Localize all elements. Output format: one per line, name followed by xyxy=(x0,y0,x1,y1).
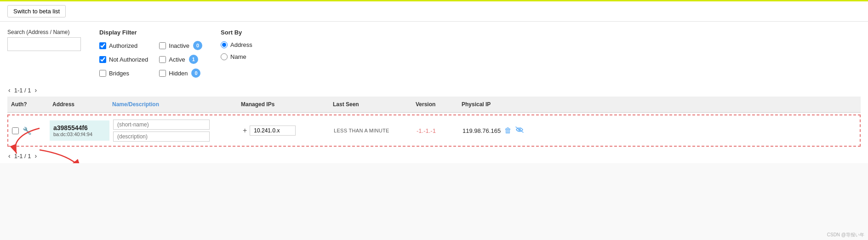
filter-not-authorized: Not Authorized xyxy=(99,53,148,65)
hidden-checkbox[interactable] xyxy=(159,70,166,77)
header-address: Address xyxy=(49,99,108,109)
filter-col-1: Authorized Not Authorized Bridges xyxy=(99,40,148,79)
filter-active: Active 1 xyxy=(159,53,202,65)
version-cell: -1.-1.-1 xyxy=(413,124,459,138)
sort-name-label: Name xyxy=(230,53,246,60)
add-managed-ip-button[interactable]: + xyxy=(242,126,248,135)
header-managed-ips: Managed IPs xyxy=(237,99,329,109)
display-filter-section: Display Filter Authorized Not Authorized… xyxy=(99,29,202,79)
arrow-annotation-2 xyxy=(35,148,90,163)
authorized-label: Authorized xyxy=(109,42,137,49)
inactive-label: Inactive xyxy=(169,42,189,49)
address-main: a3985544f6 xyxy=(53,124,106,131)
pagination-top: ‹ 1-1 / 1 › xyxy=(7,86,861,94)
active-badge: 1 xyxy=(189,55,198,64)
pagination-bottom: ‹ 1-1 / 1 › xyxy=(7,152,861,160)
managed-ips-cell: + xyxy=(238,122,330,139)
table-row: 🔧 a3985544f6 ba:dc:03:40:f4:94 + LESS TH… xyxy=(7,114,861,147)
inactive-badge: 0 xyxy=(193,41,202,50)
name-desc-cell xyxy=(109,116,238,145)
header-name-desc: Name/Description xyxy=(108,99,237,109)
wrench-icon[interactable]: 🔧 xyxy=(23,126,32,135)
description-input[interactable] xyxy=(113,131,210,142)
filter-hidden: Hidden 0 xyxy=(159,67,202,79)
authorized-checkbox[interactable] xyxy=(99,42,106,49)
eye-slash-icon[interactable] xyxy=(515,126,524,135)
address-sub: ba:dc:03:40:f4:94 xyxy=(53,131,106,137)
main-content: Search (Address / Name) Display Filter A… xyxy=(0,22,868,163)
row-wrapper: 🔧 a3985544f6 ba:dc:03:40:f4:94 + LESS TH… xyxy=(7,114,861,147)
search-input[interactable] xyxy=(7,37,81,51)
last-seen-cell: LESS THAN A MINUTE xyxy=(330,124,413,137)
filter-bridges: Bridges xyxy=(99,67,148,79)
header-auth: Auth? xyxy=(7,99,49,109)
sort-name-radio[interactable] xyxy=(221,53,228,60)
pagination-bottom-label: 1-1 / 1 xyxy=(14,153,31,160)
bridges-checkbox[interactable] xyxy=(99,70,106,77)
sort-title: Sort By xyxy=(221,29,252,36)
sort-name-item: Name xyxy=(221,51,252,63)
active-label: Active xyxy=(169,56,185,63)
not-authorized-label: Not Authorized xyxy=(109,56,148,63)
sort-address-label: Address xyxy=(230,41,252,48)
physical-ip-text: 119.98.76.165 xyxy=(463,127,501,134)
filter-columns: Authorized Not Authorized Bridges xyxy=(99,40,202,79)
filter-col-2: Inactive 0 Active 1 Hidden 0 xyxy=(159,40,202,79)
header-last-seen: Last Seen xyxy=(329,99,412,109)
address-cell: a3985544f6 ba:dc:03:40:f4:94 xyxy=(50,120,109,141)
filter-authorized: Authorized xyxy=(99,40,148,51)
display-filter-title: Display Filter xyxy=(99,29,202,36)
header-version: Version xyxy=(412,99,458,109)
sort-address-item: Address xyxy=(221,39,252,51)
short-name-input[interactable] xyxy=(113,120,210,130)
hidden-badge: 0 xyxy=(191,69,200,78)
table-header: Auth? Address Name/Description Managed I… xyxy=(7,97,861,113)
inactive-checkbox[interactable] xyxy=(159,42,166,49)
trash-icon[interactable]: 🗑 xyxy=(504,126,512,135)
physical-ip-cell: 119.98.76.165 🗑 xyxy=(459,123,532,138)
sort-address-radio[interactable] xyxy=(221,41,228,48)
next-page-bottom-button[interactable]: › xyxy=(34,152,38,160)
header-physical-ip: Physical IP xyxy=(458,99,531,109)
filter-inactive: Inactive 0 xyxy=(159,40,202,51)
bridges-label: Bridges xyxy=(109,70,129,77)
not-authorized-checkbox[interactable] xyxy=(99,56,106,63)
auth-cell: 🔧 xyxy=(8,123,50,139)
search-label: Search (Address / Name) xyxy=(7,29,81,35)
switch-beta-button[interactable]: Switch to beta list xyxy=(7,5,66,17)
prev-page-bottom-button[interactable]: ‹ xyxy=(7,152,11,160)
managed-ip-input[interactable] xyxy=(250,126,296,136)
pagination-top-label: 1-1 / 1 xyxy=(14,87,31,94)
next-page-top-button[interactable]: › xyxy=(34,86,38,94)
prev-page-top-button[interactable]: ‹ xyxy=(7,86,11,94)
top-bar: Switch to beta list xyxy=(0,0,868,22)
active-checkbox[interactable] xyxy=(159,56,166,63)
filter-row: Search (Address / Name) Display Filter A… xyxy=(7,29,861,79)
sort-section: Sort By Address Name xyxy=(221,29,252,63)
hidden-label: Hidden xyxy=(169,70,188,77)
row-auth-checkbox[interactable] xyxy=(12,127,19,134)
search-section: Search (Address / Name) xyxy=(7,29,81,51)
